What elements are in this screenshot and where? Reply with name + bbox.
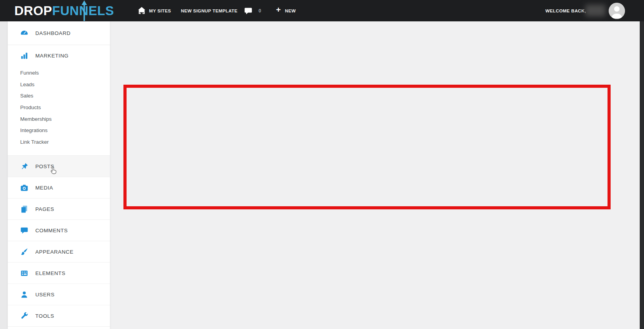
sidebar-subitem-sales[interactable]: Sales: [8, 90, 110, 102]
sidebar: DASHBOARD MARKETING Funnels Leads Sales …: [8, 21, 110, 329]
sidebar-item-marketing[interactable]: MARKETING: [8, 45, 110, 66]
comments-bubble-icon[interactable]: [244, 7, 253, 15]
comment-count: 0: [259, 8, 261, 14]
sidebar-item-tools[interactable]: TOOLS: [8, 305, 110, 327]
dashboard-gauge-icon: [20, 29, 28, 37]
username-blurred: [585, 5, 606, 16]
sidebar-label: DASHBOARD: [35, 30, 71, 36]
sidebar-subitem-link-tracker[interactable]: Link Tracker: [8, 136, 110, 148]
sidebar-label: USERS: [35, 292, 55, 298]
sidebar-subitem-leads[interactable]: Leads: [8, 79, 110, 91]
paintbrush-icon: [20, 248, 28, 256]
nav-my-sites[interactable]: MY SITES: [149, 9, 171, 13]
sidebar-item-appearance[interactable]: APPEARANCE: [8, 241, 110, 263]
sidebar-item-comments[interactable]: COMMENTS: [8, 220, 110, 241]
vertical-scrollbar[interactable]: [640, 21, 644, 329]
sidebar-label: POSTS: [35, 164, 54, 169]
sidebar-subitem-integrations[interactable]: Integrations: [8, 125, 110, 136]
sidebar-item-media[interactable]: MEDIA: [8, 177, 110, 198]
sidebar-label: PAGES: [35, 206, 54, 212]
sidebar-item-elements[interactable]: ELEMENTS: [8, 263, 110, 284]
sidebar-subitem-funnels[interactable]: Funnels: [8, 67, 110, 79]
sidebar-label: MARKETING: [35, 53, 69, 59]
sidebar-item-posts[interactable]: POSTS: [8, 156, 110, 177]
logo-up-arrow-icon: [81, 0, 87, 21]
stacked-pages-icon: [20, 205, 28, 213]
plus-icon: +: [276, 5, 281, 14]
nav-new[interactable]: NEW: [285, 9, 296, 13]
dropfunnels-logo[interactable]: DROPFUNNELS: [14, 3, 114, 18]
welcome-text: WELCOME BACK,: [545, 9, 586, 13]
logo-drop: DROP: [14, 3, 52, 18]
pushpin-icon: [20, 162, 28, 171]
top-bar: DROPFUNNELS MY SITES NEW SIGNUP TEMPLATE…: [0, 0, 644, 21]
speech-bubble-icon: [20, 226, 28, 235]
sidebar-label: MEDIA: [35, 185, 53, 191]
nav-new-signup-template[interactable]: NEW SIGNUP TEMPLATE: [181, 9, 238, 13]
bar-chart-icon: [20, 52, 28, 60]
my-sites-icon: [137, 6, 146, 15]
grid-panel-icon: [20, 269, 28, 277]
person-icon: [20, 291, 28, 299]
main-content: [110, 21, 640, 329]
sidebar-item-dashboard[interactable]: DASHBOARD: [8, 21, 110, 45]
wrench-icon: [20, 312, 28, 320]
sidebar-label: COMMENTS: [35, 228, 68, 233]
sidebar-item-pages[interactable]: PAGES: [8, 198, 110, 220]
camera-media-icon: [20, 184, 28, 192]
sidebar-subitem-products[interactable]: Products: [8, 102, 110, 113]
sidebar-subitem-memberships[interactable]: Memberships: [8, 113, 110, 125]
sidebar-label: APPEARANCE: [35, 249, 73, 255]
sidebar-label: TOOLS: [35, 313, 54, 319]
avatar[interactable]: [609, 3, 625, 19]
sidebar-item-users[interactable]: USERS: [8, 284, 110, 305]
person-silhouette-icon: [609, 3, 625, 19]
sidebar-label: ELEMENTS: [35, 270, 66, 276]
marketing-submenu: Funnels Leads Sales Products Memberships…: [8, 66, 110, 156]
